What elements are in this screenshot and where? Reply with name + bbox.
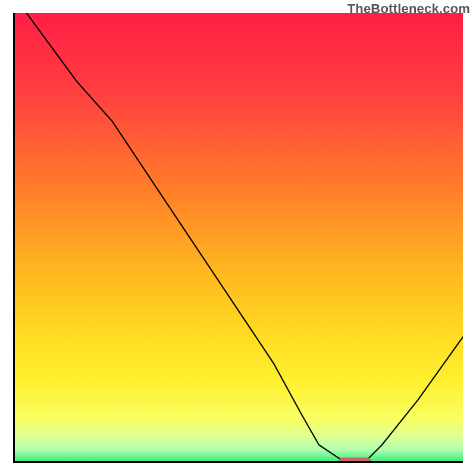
axes-frame — [13, 13, 463, 463]
watermark-text: TheBottleneck.com — [347, 1, 470, 17]
